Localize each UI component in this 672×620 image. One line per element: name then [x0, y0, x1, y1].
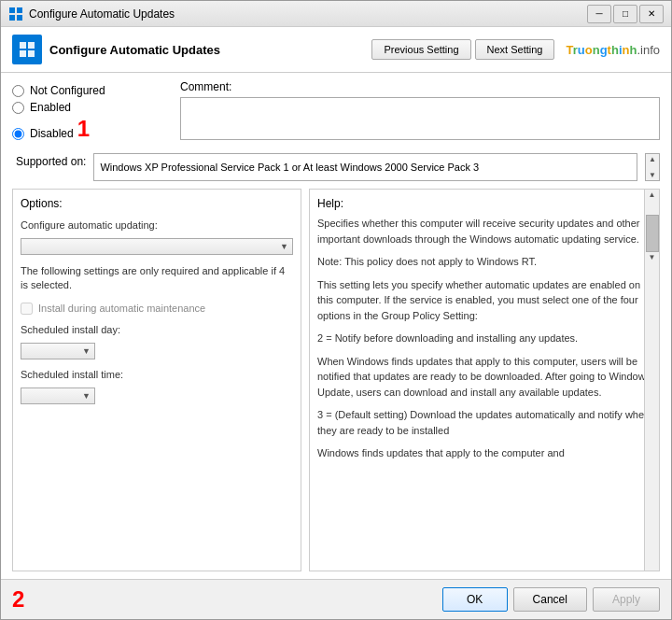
help-scrollbar[interactable]: ▲ ▼ — [644, 190, 659, 571]
header-section: Configure Automatic Updates Previous Set… — [1, 27, 671, 73]
watermark-n: n — [593, 43, 600, 57]
watermark-t: T — [566, 43, 572, 57]
header-icon — [12, 35, 42, 64]
help-panel: Help: Specifies whether this computer wi… — [309, 189, 660, 571]
radio-comment-row: Not Configured Enabled Disabled 1 Commen… — [12, 80, 660, 140]
watermark-g: g — [600, 43, 608, 57]
comment-textarea[interactable] — [180, 97, 660, 140]
close-button[interactable]: ✕ — [639, 5, 664, 23]
scrollbar-up-arrow: ▲ — [648, 154, 657, 164]
supported-scrollbar[interactable]: ▲ ▼ — [645, 153, 660, 181]
badge-2: 2 — [12, 588, 24, 611]
help-scrollbar-thumb[interactable] — [646, 215, 659, 252]
supported-label: Supported on: — [16, 153, 86, 168]
enabled-radio[interactable] — [12, 102, 24, 114]
svg-rect-3 — [17, 15, 22, 21]
help-scrollbar-down: ▼ — [648, 252, 657, 262]
help-p6: 3 = (Default setting) Download the updat… — [317, 407, 651, 438]
help-p4: 2 = Notify before downloading and instal… — [317, 331, 651, 346]
dialog-title: Configure Automatic Updates — [49, 43, 220, 57]
enabled-label: Enabled — [30, 101, 71, 114]
header-right: Previous Setting Next Setting Truongthin… — [371, 39, 660, 60]
day-dropdown-arrow: ▼ — [82, 346, 91, 356]
main-window: Configure Automatic Updates ─ □ ✕ Config… — [0, 0, 672, 620]
help-p2: Note: This policy does not apply to Wind… — [317, 254, 651, 270]
configure-updating-label: Configure automatic updating: — [21, 219, 293, 231]
disabled-row: Disabled 1 — [12, 118, 180, 140]
comment-section: Comment: — [180, 80, 660, 140]
not-configured-option[interactable]: Not Configured — [12, 84, 180, 97]
options-note: The following settings are only required… — [21, 264, 293, 293]
help-scrollbar-up: ▲ — [648, 190, 657, 200]
apply-button[interactable]: Apply — [593, 587, 660, 612]
svg-rect-5 — [28, 42, 35, 49]
watermark: Truongthinh.info — [566, 43, 660, 57]
dropdown-arrow: ▼ — [280, 242, 288, 251]
window-icon — [8, 7, 23, 21]
title-bar-left: Configure Automatic Updates — [8, 7, 175, 21]
scheduled-time-row: ▼ — [21, 388, 293, 404]
not-configured-radio[interactable] — [12, 85, 24, 97]
watermark-h: h — [611, 43, 619, 57]
options-help-section: Options: Configure automatic updating: ▼… — [12, 189, 660, 571]
options-panel: Options: Configure automatic updating: ▼… — [12, 189, 301, 571]
enabled-option[interactable]: Enabled — [12, 101, 180, 114]
supported-row: Supported on: Windows XP Professional Se… — [12, 153, 660, 181]
svg-rect-1 — [17, 7, 22, 13]
install-maintenance-checkbox[interactable] — [21, 303, 33, 315]
previous-setting-button[interactable]: Previous Setting — [371, 39, 470, 60]
install-maintenance-option[interactable]: Install during automatic maintenance — [21, 303, 293, 315]
help-p1: Specifies whether this computer will rec… — [317, 216, 651, 247]
ok-button[interactable]: OK — [442, 587, 508, 612]
help-header: Help: — [317, 197, 651, 210]
watermark-u: u — [578, 43, 585, 57]
help-p3: This setting lets you specify whether au… — [317, 277, 651, 324]
scheduled-day-label: Scheduled install day: — [21, 324, 293, 335]
watermark-o: o — [585, 43, 593, 57]
configure-updating-dropdown[interactable]: ▼ — [21, 238, 293, 255]
title-bar-controls: ─ □ ✕ — [587, 5, 664, 23]
settings-icon — [18, 40, 36, 59]
supported-value: Windows XP Professional Service Pack 1 o… — [93, 153, 637, 181]
time-dropdown-arrow: ▼ — [82, 391, 91, 401]
disabled-label: Disabled — [30, 127, 74, 140]
maximize-button[interactable]: □ — [613, 5, 637, 23]
disabled-option[interactable]: Disabled — [12, 127, 74, 140]
svg-rect-7 — [28, 50, 35, 57]
header-left: Configure Automatic Updates — [12, 35, 220, 64]
help-p7: Windows finds updates that apply to the … — [317, 445, 651, 461]
window-title: Configure Automatic Updates — [29, 7, 175, 21]
main-body: Not Configured Enabled Disabled 1 Commen… — [1, 73, 671, 579]
options-header: Options: — [21, 197, 293, 210]
svg-rect-0 — [9, 7, 15, 13]
svg-rect-2 — [9, 15, 15, 21]
title-bar: Configure Automatic Updates ─ □ ✕ — [1, 1, 671, 27]
help-content: Specifies whether this computer will rec… — [317, 216, 651, 563]
install-maintenance-label: Install during automatic maintenance — [38, 303, 205, 314]
minimize-button[interactable]: ─ — [587, 5, 611, 23]
disabled-radio[interactable] — [12, 128, 24, 140]
not-configured-label: Not Configured — [30, 84, 105, 97]
scheduled-day-dropdown[interactable]: ▼ — [21, 343, 95, 359]
svg-rect-4 — [20, 42, 26, 49]
next-setting-button[interactable]: Next Setting — [475, 39, 555, 60]
help-p5: When Windows finds updates that apply to… — [317, 354, 651, 401]
comment-label: Comment: — [180, 80, 660, 93]
scheduled-time-dropdown[interactable]: ▼ — [21, 388, 95, 404]
cancel-button[interactable]: Cancel — [513, 587, 587, 612]
scheduled-time-label: Scheduled install time: — [21, 369, 293, 380]
svg-rect-6 — [20, 50, 26, 57]
radio-section: Not Configured Enabled Disabled 1 — [12, 80, 180, 140]
scrollbar-down-arrow: ▼ — [648, 170, 657, 180]
badge-1: 1 — [77, 118, 90, 140]
watermark-rest: .info — [637, 43, 660, 57]
bottom-bar: 2 OK Cancel Apply — [1, 579, 671, 619]
